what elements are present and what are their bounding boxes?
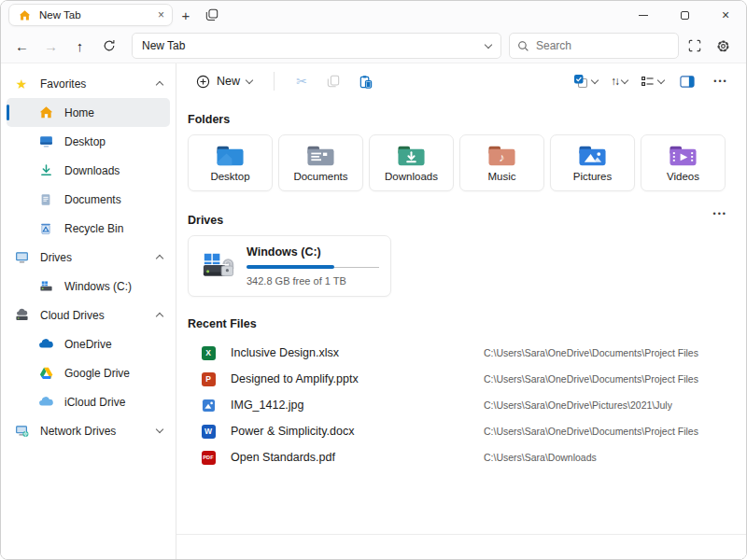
forward-arrow-icon: →: [44, 38, 58, 54]
close-icon: ×: [722, 8, 729, 21]
documents-folder-icon: [306, 144, 335, 168]
ellipsis-icon: •••: [713, 77, 727, 86]
folder-label: Desktop: [210, 171, 249, 182]
refresh-button[interactable]: [95, 33, 122, 59]
up-button[interactable]: ↑: [66, 33, 93, 59]
search-box[interactable]: [509, 33, 679, 59]
chevron-down-icon[interactable]: [156, 426, 163, 433]
file-row[interactable]: P Designed to Amplify.pptx C:\Users\Sara…: [188, 366, 735, 392]
tab-new-tab[interactable]: New Tab ×: [8, 4, 173, 26]
select-options-button[interactable]: [570, 74, 601, 89]
titlebar: New Tab × + ×: [1, 1, 746, 29]
selection-indicator: [7, 105, 9, 120]
chevron-down-icon: [246, 76, 253, 83]
chevron-up-icon[interactable]: [156, 255, 163, 262]
sidebar-item-documents[interactable]: Documents: [7, 185, 170, 214]
address-input[interactable]: [142, 39, 480, 52]
chevron-down-icon: [621, 76, 628, 83]
folder-card-music[interactable]: ♪ Music: [459, 134, 544, 191]
folder-card-documents[interactable]: Documents: [278, 134, 363, 191]
music-folder-icon: ♪: [487, 144, 516, 168]
minimize-button[interactable]: [623, 1, 664, 29]
address-bar[interactable]: [132, 33, 501, 59]
plus-circle-icon: [196, 75, 210, 89]
windows-drive-lock-icon: [200, 250, 235, 282]
download-arrow-icon: [38, 163, 53, 178]
sidebar-item-recycle-bin[interactable]: Recycle Bin: [7, 214, 170, 243]
sidebar-section-network-drives[interactable]: Network Drives: [7, 416, 170, 445]
settings-button[interactable]: [710, 33, 737, 59]
sort-button[interactable]: ↑↓: [607, 75, 631, 88]
file-row[interactable]: W Power & Simplicity.docx C:\Users\Sara\…: [188, 418, 735, 444]
sidebar-item-desktop[interactable]: Desktop: [7, 127, 170, 156]
item-label: Desktop: [64, 135, 162, 148]
paste-button[interactable]: [351, 68, 379, 94]
google-drive-icon: [38, 366, 53, 381]
details-pane-button[interactable]: [673, 68, 701, 94]
item-label: Documents: [64, 193, 162, 206]
address-chevron-down-icon[interactable]: [485, 40, 492, 48]
item-label: Home: [64, 106, 162, 119]
folder-card-downloads[interactable]: Downloads: [369, 134, 454, 191]
item-label: Google Drive: [64, 367, 162, 380]
drives-heading: Drives: [188, 214, 223, 227]
maximize-button[interactable]: [664, 1, 705, 29]
folder-card-videos[interactable]: Videos: [641, 134, 726, 191]
chevron-down-icon: [657, 76, 665, 83]
folder-card-desktop[interactable]: Desktop: [188, 134, 273, 191]
folder-label: Pictures: [573, 171, 613, 182]
close-button[interactable]: ×: [705, 1, 746, 29]
more-options-button[interactable]: •••: [707, 68, 735, 94]
pdf-file-icon: PDF: [201, 450, 216, 465]
search-input[interactable]: [536, 39, 670, 52]
desktop-monitor-icon: [38, 134, 53, 149]
command-bar: New ✂ ↑↓: [176, 63, 746, 99]
back-button[interactable]: ←: [8, 33, 35, 59]
sidebar-item-onedrive[interactable]: OneDrive: [7, 329, 170, 358]
cut-button[interactable]: ✂: [288, 68, 316, 94]
section-label: Cloud Drives: [40, 309, 146, 322]
new-tab-button[interactable]: +: [173, 3, 199, 27]
chevron-up-icon[interactable]: [156, 81, 163, 89]
sidebar-item-google-drive[interactable]: Google Drive: [7, 358, 170, 387]
layout-button[interactable]: [637, 75, 668, 89]
focus-mode-button[interactable]: [681, 33, 708, 59]
sidebar-item-windows-c[interactable]: Windows (C:): [7, 272, 170, 301]
desktop-folder-icon: [216, 144, 245, 168]
forward-button[interactable]: →: [37, 33, 64, 59]
tab-close-icon[interactable]: ×: [158, 9, 164, 21]
copy-button[interactable]: [319, 68, 347, 94]
gear-icon: [716, 39, 730, 53]
sidebar-section-cloud-drives[interactable]: Cloud Drives: [7, 301, 170, 329]
duplicate-tab-icon[interactable]: [199, 3, 225, 27]
drive-usage-bar: [247, 265, 379, 269]
folder-card-pictures[interactable]: Pictures: [550, 134, 635, 191]
home-icon: [17, 7, 32, 22]
sidebar-item-downloads[interactable]: Downloads: [7, 156, 170, 185]
file-path: C:\Users\Sara\OneDrive\Pictures\2021\Jul…: [484, 399, 672, 411]
drive-free-space: 342.8 GB free of 1 TB: [247, 275, 379, 287]
file-name: Open Standards.pdf: [231, 451, 484, 464]
word-file-icon: W: [201, 424, 216, 439]
sidebar-section-favorites[interactable]: ★ Favorites: [7, 69, 170, 98]
file-row[interactable]: X Inclusive Design.xlsx C:\Users\Sara\On…: [188, 340, 735, 366]
sidebar-item-home[interactable]: Home: [7, 98, 170, 127]
chevron-up-icon[interactable]: [156, 313, 163, 320]
file-row[interactable]: PDF Open Standards.pdf C:\Users\Sara\Dow…: [188, 444, 735, 470]
file-row[interactable]: IMG_1412.jpg C:\Users\Sara\OneDrive\Pict…: [188, 392, 735, 418]
folder-label: Videos: [667, 171, 699, 182]
plus-icon: +: [182, 7, 190, 23]
new-button[interactable]: New: [188, 70, 261, 93]
chevron-down-icon: [591, 76, 599, 83]
drives-monitor-icon: [14, 250, 29, 265]
image-file-icon: [201, 398, 216, 413]
maximize-icon: [681, 11, 689, 20]
sidebar-item-icloud-drive[interactable]: iCloud Drive: [7, 387, 170, 416]
document-icon: [38, 192, 53, 207]
window-controls: ×: [623, 1, 746, 29]
file-path: C:\Users\Sara\OneDrive\Documents\Project…: [484, 426, 698, 437]
sidebar-section-drives[interactable]: Drives: [7, 243, 170, 272]
drives-more-button[interactable]: •••: [713, 209, 727, 218]
drive-card-windows-c[interactable]: Windows (C:) 342.8 GB free of 1 TB: [188, 235, 391, 297]
paste-icon: [359, 75, 373, 89]
